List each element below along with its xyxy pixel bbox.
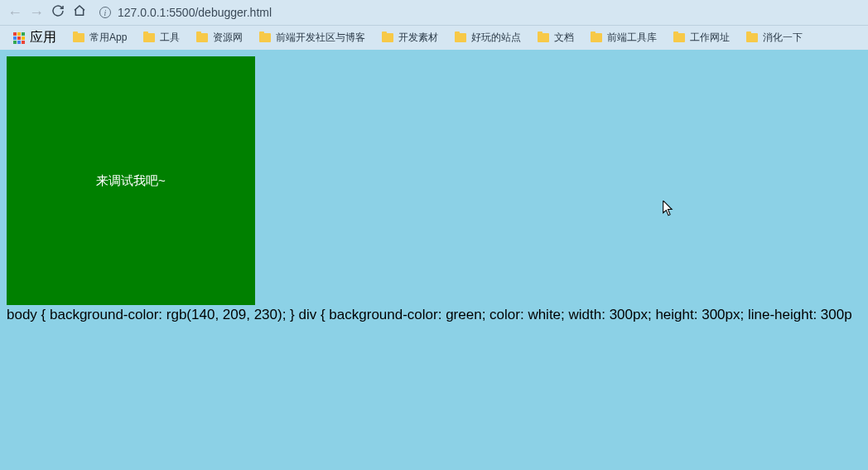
reload-button[interactable]	[50, 4, 66, 22]
bookmark-folder[interactable]: 好玩的站点	[448, 29, 528, 46]
forward-button[interactable]: →	[28, 4, 45, 22]
folder-icon	[455, 33, 466, 42]
bookmark-folder[interactable]: 资源网	[190, 29, 249, 46]
apps-label: 应用	[30, 29, 56, 46]
css-dump-text: body { background-color: rgb(140, 209, 2…	[7, 307, 861, 323]
folder-icon	[746, 33, 758, 42]
folder-icon	[143, 33, 155, 42]
browser-chrome: ← → i 127.0.0.1:5500/debugger.html 应用 常用…	[0, 0, 868, 50]
bookmark-folder[interactable]: 前端工具库	[584, 29, 663, 46]
url-text: 127.0.0.1:5500/debugger.html	[118, 6, 272, 19]
bookmark-folder[interactable]: 文档	[531, 29, 581, 46]
bookmark-folder[interactable]: 开发素材	[375, 29, 445, 46]
bookmark-folder[interactable]: 前端开发社区与博客	[253, 29, 372, 46]
folder-icon	[73, 33, 84, 42]
url-bar[interactable]: i 127.0.0.1:5500/debugger.html	[93, 3, 861, 22]
home-button[interactable]	[71, 4, 88, 22]
page-viewport: 来调试我吧~ body { background-color: rgb(140,…	[0, 50, 868, 470]
apps-button[interactable]: 应用	[7, 27, 63, 48]
folder-icon	[591, 33, 602, 42]
folder-icon	[673, 33, 685, 42]
green-box: 来调试我吧~	[7, 56, 255, 305]
back-button[interactable]: ←	[7, 4, 23, 22]
bookmarks-bar: 应用 常用App 工具 资源网 前端开发社区与博客 开发素材 好玩的站点 文档 …	[0, 25, 868, 50]
cursor-icon	[663, 201, 674, 220]
bookmark-folder[interactable]: 工具	[137, 29, 186, 46]
folder-icon	[259, 33, 271, 42]
info-icon[interactable]: i	[99, 7, 111, 18]
bookmark-folder[interactable]: 常用App	[66, 29, 133, 46]
apps-icon	[13, 32, 25, 44]
folder-icon	[196, 33, 208, 42]
folder-icon	[538, 33, 549, 42]
nav-bar: ← → i 127.0.0.1:5500/debugger.html	[0, 0, 868, 25]
bookmark-folder[interactable]: 消化一下	[740, 29, 809, 46]
folder-icon	[382, 33, 393, 42]
bookmark-folder[interactable]: 工作网址	[667, 29, 736, 46]
